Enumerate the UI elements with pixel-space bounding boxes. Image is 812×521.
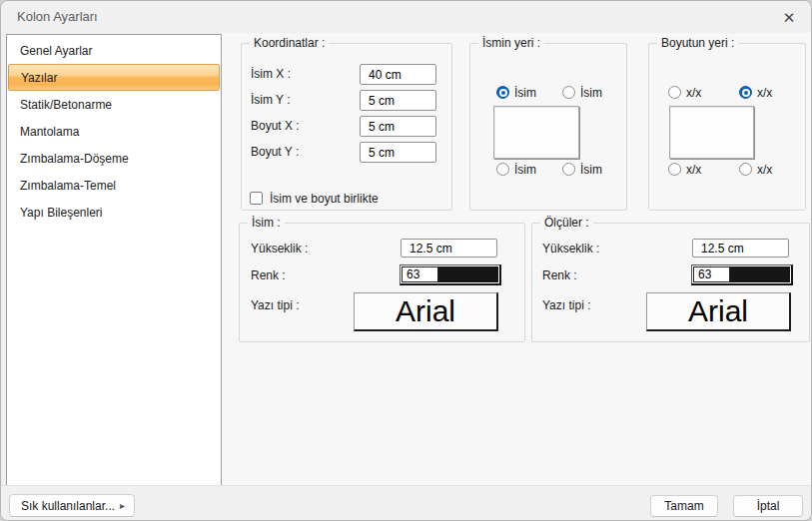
olculer-font-button[interactable]: Arial (646, 292, 791, 331)
name-pos-top-left-radio[interactable] (496, 86, 509, 99)
sik-kullanilanlar-button[interactable]: Sık kullanılanlar... ▸ (9, 494, 135, 517)
iptal-label: İptal (757, 499, 780, 513)
kolon-ayarlari-dialog: Kolon Ayarları ✕ Genel Ayarlar Yazılar S… (0, 0, 812, 521)
group-koordinatlar: Koordinatlar : İsim X : İsim Y : Boyut X… (241, 43, 452, 211)
olculer-renk-label: Renk : (542, 268, 577, 282)
name-pos-top-left-label: İsim (514, 86, 536, 100)
olculer-yukseklik-input[interactable] (692, 239, 789, 258)
group-isim-title: İsim : (248, 216, 285, 231)
group-ismin-yeri-title: İsmin yeri : (478, 36, 544, 51)
isim-renk-label: Renk : (251, 268, 286, 282)
olculer-yazi-tipi-label: Yazı tipi : (542, 298, 590, 312)
isim-yukseklik-label: Yükseklik : (251, 242, 308, 256)
isim-x-label: İsim X : (251, 67, 291, 81)
chevron-right-icon: ▸ (120, 500, 125, 511)
size-pos-bottom-right-label: x/x (757, 163, 772, 177)
tamam-label: Tamam (664, 499, 703, 513)
olculer-font-button-label: Arial (688, 294, 748, 328)
iptal-button[interactable]: İptal (733, 495, 803, 517)
window-title: Kolon Ayarları (17, 9, 98, 24)
group-ismin-yeri: İsmin yeri : İsim İsim İsim İsim (469, 43, 627, 211)
boyut-y-input[interactable] (360, 142, 436, 163)
isim-yazi-tipi-label: Yazı tipi : (251, 298, 299, 312)
isim-y-label: İsim Y : (251, 93, 291, 107)
sik-kullanilanlar-label: Sık kullanılanlar... (21, 499, 115, 513)
olculer-yukseklik-label: Yükseklik : (542, 242, 599, 256)
isim-ve-boyut-birlikte-checkbox[interactable] (250, 192, 263, 205)
group-koordinatlar-title: Koordinatlar : (250, 36, 329, 51)
boyut-x-label: Boyut X : (251, 119, 300, 133)
name-pos-top-right-radio[interactable] (562, 86, 575, 99)
isim-y-input[interactable] (360, 90, 436, 111)
isim-renk-number-input[interactable] (402, 266, 438, 282)
isim-font-button[interactable]: Arial (354, 292, 498, 331)
name-pos-bottom-right-label: İsim (580, 163, 602, 177)
size-pos-bottom-right-radio[interactable] (739, 163, 752, 176)
name-pos-bottom-left-label: İsim (514, 163, 536, 177)
olculer-renk-number-input[interactable] (693, 266, 730, 282)
isim-renk-swatch[interactable] (438, 266, 498, 282)
size-pos-top-left-radio[interactable] (668, 86, 681, 99)
isim-yukseklik-input[interactable] (401, 239, 497, 258)
name-pos-bottom-right-radio[interactable] (562, 163, 575, 176)
size-pos-bottom-left-label: x/x (686, 163, 701, 177)
name-pos-bottom-left-radio[interactable] (496, 163, 509, 176)
sidebar-item-genel-ayarlar[interactable]: Genel Ayarlar (7, 37, 221, 64)
olculer-renk-swatch[interactable] (730, 266, 790, 282)
isim-ve-boyut-birlikte-label: İsim ve boyut birlikte (270, 192, 379, 206)
isim-renk-control[interactable] (400, 264, 501, 285)
group-boyutun-yeri-title: Boyutun yeri : (657, 36, 738, 51)
size-pos-bottom-left-radio[interactable] (668, 163, 681, 176)
tamam-button[interactable]: Tamam (650, 495, 718, 517)
group-olculer-title: Ölçüler : (540, 216, 593, 231)
boyut-y-label: Boyut Y : (251, 145, 299, 159)
isim-x-input[interactable] (360, 64, 436, 85)
name-pos-top-right-label: İsim (580, 86, 602, 100)
olculer-renk-control[interactable] (691, 264, 793, 285)
size-pos-top-left-label: x/x (686, 86, 701, 100)
sidebar-item-yazilar[interactable]: Yazılar (8, 64, 220, 91)
sidebar-item-zimbalama-doseme[interactable]: Zımbalama-Döşeme (7, 145, 221, 172)
close-button[interactable]: ✕ (775, 4, 803, 30)
isim-font-button-label: Arial (396, 294, 455, 328)
sidebar-item-yapi-bilesenleri[interactable]: Yapı Bileşenleri (7, 199, 221, 226)
boyut-x-input[interactable] (360, 116, 436, 137)
footer-bar: Sık kullanılanlar... ▸ Tamam İptal (1, 485, 811, 520)
name-position-preview-box (493, 106, 579, 159)
sidebar-item-zimbalama-temel[interactable]: Zımbalama-Temel (7, 172, 221, 199)
size-position-preview-box (669, 106, 754, 159)
close-icon: ✕ (783, 10, 796, 25)
size-pos-top-right-radio[interactable] (739, 86, 752, 99)
group-isim: İsim : Yükseklik : Renk : Yazı tipi : Ar… (239, 223, 525, 342)
size-pos-top-right-label: x/x (757, 86, 772, 100)
group-olculer: Ölçüler : Yükseklik : Renk : Yazı tipi :… (531, 223, 810, 342)
sidebar-item-mantolama[interactable]: Mantolama (7, 118, 221, 145)
sidebar: Genel Ayarlar Yazılar Statik/Betonarme M… (6, 34, 222, 487)
group-boyutun-yeri: Boyutun yeri : x/x x/x x/x x/x (648, 43, 806, 211)
sidebar-item-statik-betonarme[interactable]: Statik/Betonarme (7, 91, 221, 118)
titlebar[interactable]: Kolon Ayarları ✕ (1, 1, 811, 33)
